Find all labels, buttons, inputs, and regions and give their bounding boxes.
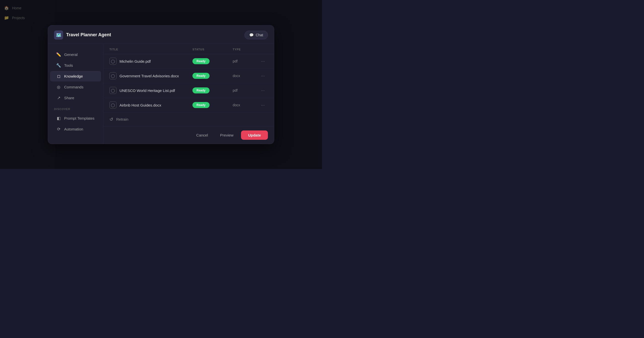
status-badge: Ready: [192, 87, 210, 93]
modal-overlay[interactable]: 🗺️ Travel Planner Agent 💬 Chat ✏️ Genera…: [0, 0, 322, 169]
file-icon: ◯: [109, 72, 116, 79]
knowledge-table-body: ◯ Michelin Guide.pdf Ready pdf ···: [103, 54, 274, 126]
chat-icon: 💬: [249, 33, 254, 37]
modal-body: ✏️ General 🔧 Tools ◻ Knowledge ◎ Command…: [48, 44, 274, 144]
automation-icon: ⟳: [56, 127, 61, 131]
table-row[interactable]: ◯ Michelin Guide.pdf Ready pdf ···: [103, 54, 274, 69]
knowledge-icon: ◻: [56, 74, 61, 79]
nav-item-tools[interactable]: 🔧 Tools: [50, 60, 101, 71]
knowledge-content: TITLE STATUS TYPE ◯ Michelin Guide.pdf: [103, 44, 274, 144]
row-status: Ready: [192, 73, 233, 79]
status-badge: Ready: [192, 58, 210, 64]
nav-item-prompt-templates[interactable]: ◧ Prompt Templates: [50, 113, 101, 123]
retrain-row[interactable]: ↺ Retrain: [103, 113, 274, 126]
agent-icon: 🗺️: [54, 30, 63, 40]
more-options-button[interactable]: ···: [259, 102, 267, 109]
preview-button[interactable]: Preview: [216, 130, 238, 140]
modal-nav: ✏️ General 🔧 Tools ◻ Knowledge ◎ Command…: [48, 44, 103, 144]
file-icon: ◯: [109, 87, 116, 94]
cancel-button[interactable]: Cancel: [192, 130, 213, 140]
table-header: TITLE STATUS TYPE: [103, 44, 274, 54]
pencil-icon: ✏️: [56, 52, 61, 57]
discover-label: DISCOVER: [48, 104, 103, 113]
nav-item-automation[interactable]: ⟳ Automation: [50, 124, 101, 134]
row-actions: ···: [258, 72, 268, 80]
status-badge: Ready: [192, 102, 210, 108]
col-type-header: TYPE: [233, 48, 258, 51]
more-options-button[interactable]: ···: [259, 87, 267, 94]
col-title-header: TITLE: [109, 48, 192, 51]
row-title: ◯ Government Travel Advisories.docx: [109, 72, 192, 79]
row-status: Ready: [192, 87, 233, 93]
row-status: Ready: [192, 102, 233, 108]
row-type: docx: [233, 74, 258, 78]
row-type: pdf: [233, 88, 258, 92]
agent-modal: 🗺️ Travel Planner Agent 💬 Chat ✏️ Genera…: [48, 25, 274, 144]
row-status: Ready: [192, 58, 233, 64]
table-row[interactable]: ◯ Airbnb Host Guides.docx Ready docx ···: [103, 98, 274, 113]
commands-icon: ◎: [56, 85, 61, 89]
status-badge: Ready: [192, 73, 210, 79]
file-icon: ◯: [109, 58, 116, 65]
agent-title: Travel Planner Agent: [66, 32, 111, 38]
retrain-icon: ↺: [109, 117, 113, 122]
nav-item-share[interactable]: ↗ Share: [50, 93, 101, 103]
file-icon: ◯: [109, 102, 116, 109]
row-type: pdf: [233, 59, 258, 63]
table-row[interactable]: ◯ Government Travel Advisories.docx Read…: [103, 69, 274, 83]
nav-item-general[interactable]: ✏️ General: [50, 49, 101, 60]
more-options-button[interactable]: ···: [259, 58, 267, 65]
table-row[interactable]: ◯ UNESCO World Heritage List.pdf Ready p…: [103, 83, 274, 98]
tools-icon: 🔧: [56, 63, 61, 68]
modal-header: 🗺️ Travel Planner Agent 💬 Chat: [48, 25, 274, 44]
row-actions: ···: [258, 102, 268, 109]
row-actions: ···: [258, 87, 268, 94]
share-icon: ↗: [56, 95, 61, 100]
chat-button[interactable]: 💬 Chat: [245, 31, 268, 39]
update-button[interactable]: Update: [241, 130, 268, 140]
row-actions: ···: [258, 58, 268, 65]
row-title: ◯ Airbnb Host Guides.docx: [109, 102, 192, 109]
row-type: docx: [233, 103, 258, 107]
nav-item-knowledge[interactable]: ◻ Knowledge: [50, 71, 101, 81]
more-options-button[interactable]: ···: [259, 72, 267, 80]
modal-title: 🗺️ Travel Planner Agent: [54, 30, 111, 40]
row-title: ◯ Michelin Guide.pdf: [109, 58, 192, 65]
modal-footer: Cancel Preview Update: [103, 126, 274, 144]
retrain-label: Retrain: [116, 117, 128, 121]
template-icon: ◧: [56, 116, 61, 121]
row-title: ◯ UNESCO World Heritage List.pdf: [109, 87, 192, 94]
col-status-header: STATUS: [192, 48, 233, 51]
nav-item-commands[interactable]: ◎ Commands: [50, 82, 101, 92]
